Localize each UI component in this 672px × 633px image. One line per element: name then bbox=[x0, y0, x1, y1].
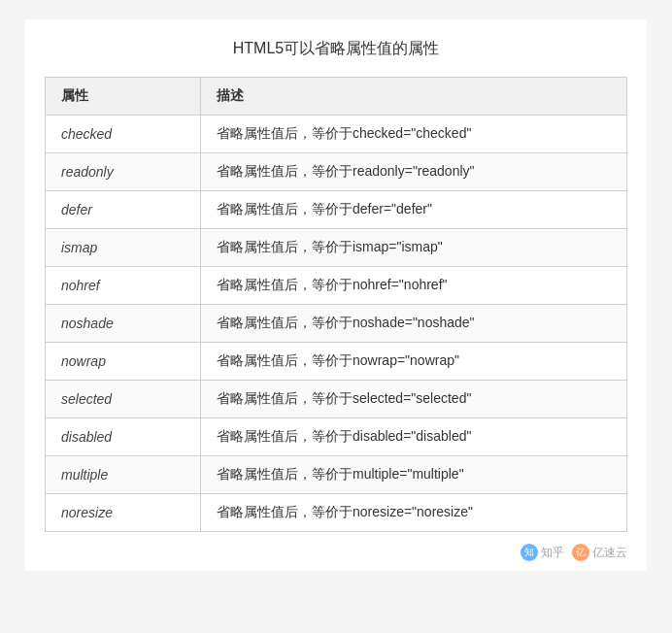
attr-cell: selected bbox=[46, 381, 201, 418]
attr-cell: noshade bbox=[46, 305, 201, 343]
attr-cell: nohref bbox=[46, 267, 201, 305]
table-row: multiple省略属性值后，等价于multiple="multiple" bbox=[46, 456, 627, 494]
table-row: ismap省略属性值后，等价于ismap="ismap" bbox=[46, 229, 627, 267]
attr-cell: ismap bbox=[46, 229, 201, 267]
table-row: checked省略属性值后，等价于checked="checked" bbox=[46, 116, 627, 153]
attributes-table: 属性 描述 checked省略属性值后，等价于checked="checked"… bbox=[45, 77, 627, 532]
zhihu-icon: 知 bbox=[521, 544, 538, 561]
attr-cell: checked bbox=[46, 116, 201, 153]
desc-cell: 省略属性值后，等价于selected="selected" bbox=[201, 381, 627, 418]
table-row: noresize省略属性值后，等价于noresize="noresize" bbox=[46, 494, 627, 532]
attr-cell: readonly bbox=[46, 153, 201, 191]
table-row: readonly省略属性值后，等价于readonly="readonly" bbox=[46, 153, 627, 191]
table-header-row: 属性 描述 bbox=[46, 78, 627, 116]
table-row: defer省略属性值后，等价于defer="defer" bbox=[46, 191, 627, 229]
attr-cell: nowrap bbox=[46, 343, 201, 381]
attr-cell: multiple bbox=[46, 456, 201, 494]
attr-cell: noresize bbox=[46, 494, 201, 532]
desc-cell: 省略属性值后，等价于defer="defer" bbox=[201, 191, 627, 229]
attr-cell: disabled bbox=[46, 418, 201, 456]
desc-cell: 省略属性值后，等价于multiple="multiple" bbox=[201, 456, 627, 494]
yiyun-icon: 亿 bbox=[572, 544, 589, 561]
yiyun-label: 亿速云 bbox=[592, 545, 627, 561]
desc-cell: 省略属性值后，等价于nowrap="nowrap" bbox=[201, 343, 627, 381]
desc-cell: 省略属性值后，等价于ismap="ismap" bbox=[201, 229, 627, 267]
desc-cell: 省略属性值后，等价于noshade="noshade" bbox=[201, 305, 627, 343]
table-row: nohref省略属性值后，等价于nohref="nohref" bbox=[46, 267, 627, 305]
attr-cell: defer bbox=[46, 191, 201, 229]
watermark-yiyun: 亿 亿速云 bbox=[572, 544, 627, 561]
desc-cell: 省略属性值后，等价于checked="checked" bbox=[201, 116, 627, 153]
table-row: noshade省略属性值后，等价于noshade="noshade" bbox=[46, 305, 627, 343]
table-row: nowrap省略属性值后，等价于nowrap="nowrap" bbox=[46, 343, 627, 381]
watermark-zhihu: 知 知乎 bbox=[521, 544, 564, 561]
table-row: selected省略属性值后，等价于selected="selected" bbox=[46, 381, 627, 418]
zhihu-label: 知乎 bbox=[541, 545, 564, 561]
page-title: HTML5可以省略属性值的属性 bbox=[45, 35, 627, 63]
desc-cell: 省略属性值后，等价于disabled="disabled" bbox=[201, 418, 627, 456]
col-header-attr: 属性 bbox=[46, 78, 201, 116]
desc-cell: 省略属性值后，等价于nohref="nohref" bbox=[201, 267, 627, 305]
watermark: 知 知乎 亿 亿速云 bbox=[521, 544, 627, 561]
col-header-desc: 描述 bbox=[201, 78, 627, 116]
desc-cell: 省略属性值后，等价于readonly="readonly" bbox=[201, 153, 627, 191]
main-container: HTML5可以省略属性值的属性 属性 描述 checked省略属性值后，等价于c… bbox=[25, 19, 647, 571]
desc-cell: 省略属性值后，等价于noresize="noresize" bbox=[201, 494, 627, 532]
table-row: disabled省略属性值后，等价于disabled="disabled" bbox=[46, 418, 627, 456]
